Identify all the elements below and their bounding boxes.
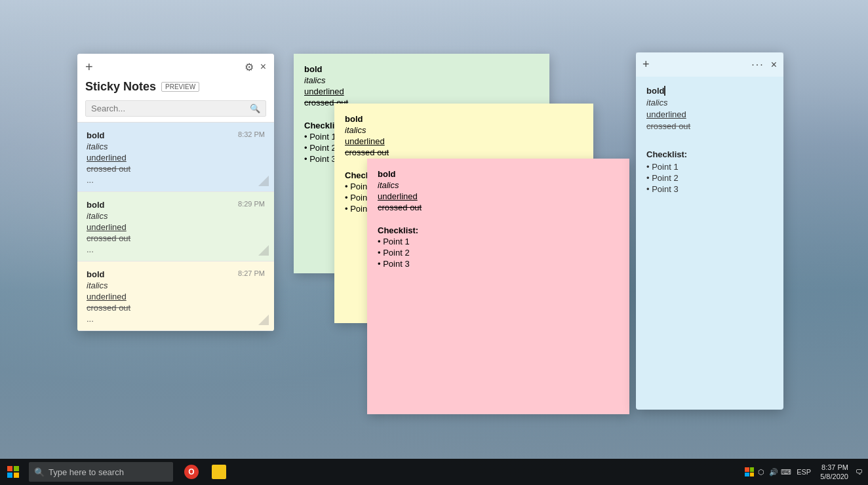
note-item-2[interactable]: 8:29 PM bold italics underlined crossed … [77, 192, 274, 262]
sticky-yellow-italic: italics [345, 125, 583, 135]
date-display: 5/8/2020 [820, 472, 848, 481]
search-icon: 🔍 [34, 467, 45, 477]
search-input[interactable] [91, 104, 246, 113]
notes-list: 8:32 PM bold italics underlined crossed … [77, 123, 274, 331]
sticky-green-bold: bold [304, 64, 539, 74]
sticky-notes-taskbar-icon [212, 465, 226, 479]
sticky-yellow-strike: crossed out [345, 147, 583, 157]
note-2-italic: italics [87, 211, 265, 221]
sticky-yellow-underlined: underlined [345, 136, 583, 146]
search-bar[interactable]: 🔍 [85, 100, 266, 117]
volume-icon[interactable]: 🔊 [768, 467, 779, 477]
sticky-blue-close-button[interactable]: × [771, 59, 777, 71]
note-3-italic: italics [87, 281, 265, 290]
svg-marker-1 [258, 245, 269, 256]
windows-logo-icon [7, 466, 19, 478]
note-3-time: 8:27 PM [238, 269, 265, 277]
sticky-blue-italic: italics [646, 98, 773, 107]
tray-icons: ⬡ 🔊 ⌨ [745, 467, 791, 477]
time-display: 8:37 PM [820, 463, 848, 472]
tray-colorful-icon [745, 467, 754, 476]
taskbar: 🔍 Type here to search O ⬡ 🔊 ⌨ ESP 8:37 P… [0, 459, 868, 485]
note-item-1[interactable]: 8:32 PM bold italics underlined crossed … [77, 123, 274, 192]
sticky-pink-item-3: • Point 3 [378, 259, 619, 269]
svg-marker-0 [258, 176, 269, 186]
sticky-blue-item-2: • Point 2 [646, 173, 773, 183]
sticky-blue-strike: crossed out [646, 121, 773, 131]
opera-app-button[interactable]: O [178, 459, 205, 485]
note-3-underlined: underlined [87, 292, 265, 301]
sticky-blue-add-button[interactable]: + [642, 58, 650, 71]
note-corner-icon-3 [258, 315, 269, 325]
notifications-icon[interactable]: 🗨 [854, 467, 864, 477]
text-cursor [664, 86, 665, 96]
notes-list-panel: + ⚙ × Sticky Notes PREVIEW 🔍 8:32 PM bol… [77, 54, 274, 331]
sticky-pink-item-1: • Point 1 [378, 237, 619, 246]
note-1-strike: crossed out [87, 164, 265, 174]
note-2-strike: crossed out [87, 233, 265, 243]
note-corner-icon [258, 176, 269, 186]
sticky-green-underlined: underlined [304, 87, 539, 96]
close-panel-button[interactable]: × [260, 61, 266, 73]
note-corner-icon-2 [258, 245, 269, 256]
sticky-pink-italic: italics [378, 180, 619, 190]
taskbar-search[interactable]: 🔍 Type here to search [29, 462, 173, 482]
start-button[interactable] [0, 459, 26, 485]
sticky-blue-item-1: • Point 1 [646, 162, 773, 172]
preview-badge: PREVIEW [161, 82, 199, 92]
sticky-yellow-bold: bold [345, 114, 583, 124]
note-2-dots: ... [87, 244, 265, 254]
note-1-dots: ... [87, 175, 265, 185]
note-1-italic: italics [87, 142, 265, 151]
system-tray: ⬡ 🔊 ⌨ ESP 8:37 PM 5/8/2020 🗨 [745, 463, 868, 482]
sticky-blue-content[interactable]: bold italics underlined crossed out Chec… [636, 77, 783, 204]
note-2-underlined: underlined [87, 222, 265, 232]
note-1-time: 8:32 PM [238, 130, 265, 138]
note-item-3[interactable]: 8:27 PM bold italics underlined crossed … [77, 262, 274, 331]
sticky-note-blue[interactable]: + ··· × bold italics underlined crossed … [636, 52, 783, 410]
sticky-blue-more-button[interactable]: ··· [751, 59, 764, 71]
opera-icon: O [184, 465, 199, 479]
system-clock[interactable]: 8:37 PM 5/8/2020 [820, 463, 848, 482]
panel-title: Sticky Notes [85, 80, 156, 94]
sticky-blue-header: + ··· × [636, 52, 783, 77]
note-3-dots: ... [87, 314, 265, 324]
settings-icon[interactable]: ⚙ [245, 61, 254, 73]
sticky-blue-bold: bold [646, 86, 773, 96]
sticky-pink-underlined: underlined [378, 191, 619, 201]
search-icon: 🔍 [250, 104, 260, 113]
sticky-note-pink[interactable]: bold italics underlined crossed out Chec… [367, 159, 629, 414]
taskbar-apps: O [178, 459, 232, 485]
sticky-blue-item-3: • Point 3 [646, 184, 773, 194]
sticky-blue-underlined: underlined [646, 109, 773, 119]
keyboard-icon[interactable]: ⌨ [781, 467, 791, 477]
sticky-pink-checklist-label: Checklist: [378, 225, 619, 235]
search-placeholder-text: Type here to search [49, 467, 124, 477]
network-icon[interactable]: ⬡ [756, 467, 766, 477]
add-note-button[interactable]: + [85, 60, 93, 73]
note-2-time: 8:29 PM [238, 200, 265, 208]
sticky-notes-app-button[interactable] [206, 459, 232, 485]
sticky-blue-checklist-label: Checklist: [646, 149, 773, 159]
sticky-pink-item-2: • Point 2 [378, 248, 619, 258]
language-badge: ESP [797, 468, 811, 476]
svg-marker-2 [258, 315, 269, 325]
sticky-green-italic: italics [304, 75, 539, 85]
sticky-pink-bold: bold [378, 169, 619, 179]
sticky-pink-strike: crossed out [378, 203, 619, 212]
notes-panel-header: + ⚙ × Sticky Notes PREVIEW 🔍 [77, 54, 274, 123]
note-1-underlined: underlined [87, 153, 265, 163]
note-3-strike: crossed out [87, 303, 265, 313]
